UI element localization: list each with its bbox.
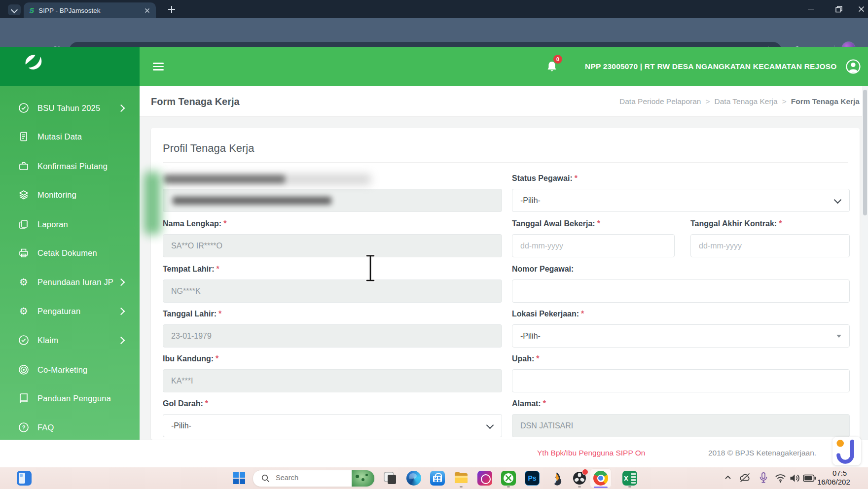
page-title: Form Tenaga Kerja — [151, 96, 240, 107]
tanggal-lahir-input — [163, 324, 502, 348]
window-minimize-button[interactable] — [808, 0, 814, 18]
widgets-icon[interactable] — [17, 471, 32, 486]
sidebar-item-panduan-pengguna[interactable]: Panduan Pengguna — [0, 391, 140, 406]
running-indicator — [460, 486, 463, 488]
field-label: Lokasi Pekerjaan: — [512, 310, 579, 318]
bpjs-logo-icon — [24, 53, 44, 71]
clock-time[interactable]: 07:5 — [832, 469, 847, 477]
briefcase-icon — [18, 160, 30, 172]
site-favicon-icon: S — [30, 6, 34, 14]
restore-icon — [835, 6, 842, 13]
breadcrumb-item[interactable]: Data Tenaga Kerja — [715, 97, 778, 106]
start-button-icon[interactable] — [232, 471, 247, 486]
volume-icon[interactable] — [789, 473, 801, 484]
browser-tab[interactable]: S SIPP - BPJamsostek — [24, 2, 156, 18]
sidebar-item-monitoring[interactable]: Monitoring — [0, 187, 140, 202]
selected-option: -Pilih- — [520, 196, 541, 205]
search-input[interactable] — [275, 473, 351, 482]
excel-x-glyph: x — [624, 474, 628, 483]
tray-chevron-up-icon[interactable] — [724, 474, 732, 480]
required-marker: * — [536, 354, 539, 363]
upah-input[interactable] — [512, 369, 850, 392]
tab-search-button[interactable] — [8, 4, 21, 15]
tanggal-akhir-kontrak-input[interactable] — [690, 234, 850, 257]
field-tempat-lahir: Tempat Lahir:* — [163, 264, 502, 303]
sidebar-item-co-marketing[interactable]: Co-Marketing — [0, 362, 140, 377]
photoshop-icon[interactable]: Ps — [525, 471, 540, 486]
document-icon — [18, 131, 30, 142]
sidebar-item-pengaturan[interactable]: ⚙ Pengaturan — [0, 304, 140, 318]
field-label: Upah: — [512, 354, 534, 363]
tab-title: SIPP - BPJamsostek — [38, 7, 145, 14]
chrome-icon[interactable] — [593, 471, 608, 486]
field-gol-darah: Gol Darah:* -Pilih- — [163, 399, 502, 437]
clock-date[interactable]: 16/06/202 — [817, 478, 850, 486]
required-marker: * — [581, 310, 584, 318]
breadcrumb-item[interactable]: Data Periode Pelaporan — [619, 97, 701, 106]
close-icon — [858, 6, 865, 12]
microphone-icon[interactable] — [759, 472, 768, 484]
tanggal-awal-bekerja-input[interactable] — [512, 234, 675, 257]
sidebar-item-klaim[interactable]: Klaim — [0, 333, 140, 348]
sidebar-item-penundaan-iuran-jp[interactable]: ⚙ Penundaan Iuran JP — [0, 275, 140, 289]
chevron-down-icon — [11, 6, 18, 13]
field-tanggal-awal-bekerja: Tanggal Awal Bekerja:* — [512, 219, 675, 257]
chevron-right-icon — [117, 278, 125, 286]
obs-studio-icon[interactable] — [572, 471, 587, 486]
redaction-blur — [173, 197, 331, 205]
sidebar-item-faq[interactable]: ? FAQ — [0, 420, 140, 435]
sidebar-item-bsu-tahun-2025[interactable]: BSU Tahun 2025 — [0, 101, 140, 115]
card-divider — [163, 162, 848, 163]
tab-close-icon[interactable] — [145, 8, 150, 13]
notification-count-badge: 0 — [553, 55, 562, 64]
user-avatar-icon[interactable] — [845, 59, 861, 74]
scrollbar-thumb[interactable] — [863, 90, 867, 215]
field-label: Status Pegawai: — [512, 174, 573, 182]
xbox-icon[interactable] — [501, 471, 516, 486]
file-explorer-icon[interactable] — [454, 471, 469, 486]
app-purple-icon[interactable] — [477, 471, 492, 486]
task-view-icon[interactable] — [383, 471, 398, 486]
field-label: Alamat: — [512, 399, 541, 408]
lokasi-pekerjaan-select[interactable]: -Pilih- — [512, 324, 850, 348]
field-tanggal-akhir-kontrak: Tanggal Akhir Kontrak:* — [690, 219, 850, 257]
excel-icon[interactable]: x — [622, 471, 637, 486]
nomor-pegawai-input[interactable] — [512, 279, 850, 303]
required-marker: * — [597, 219, 600, 228]
field-label: Tanggal Lahir: — [163, 310, 217, 318]
footer-copyright: 2018 © BPJS Ketenagakerjaan. — [708, 449, 816, 457]
field-upah: Upah:* — [512, 354, 850, 392]
field-ibu-kandung: Ibu Kandung:* — [163, 354, 502, 392]
torch-app-icon[interactable] — [548, 471, 563, 486]
sidebar-item-cetak-dokumen[interactable]: Cetak Dokumen — [0, 245, 140, 260]
gear-icon: ⚙ — [18, 305, 30, 317]
new-tab-button[interactable] — [166, 3, 178, 15]
edge-browser-icon[interactable] — [406, 471, 421, 486]
window-restore-button[interactable] — [835, 0, 842, 18]
onedrive-paused-icon[interactable] — [739, 472, 751, 483]
selected-option: -Pilih- — [520, 332, 541, 341]
chevron-right-icon — [117, 307, 125, 315]
question-circle-icon: ? — [18, 421, 30, 433]
taskbar-search[interactable] — [253, 470, 375, 487]
chevron-right-icon — [117, 336, 125, 344]
required-marker: * — [205, 399, 208, 408]
jmo-logo[interactable] — [832, 437, 861, 465]
wifi-icon[interactable] — [774, 473, 787, 483]
battery-icon[interactable] — [803, 474, 816, 482]
redaction-blur — [144, 172, 161, 235]
text-cursor — [363, 253, 377, 285]
status-pegawai-select[interactable]: -Pilih- — [512, 189, 850, 212]
sidebar-toggle-button[interactable] — [153, 63, 164, 70]
layers-icon — [18, 189, 30, 201]
sidebar-item-laporan[interactable]: Laporan — [0, 217, 140, 232]
selected-option: -Pilih- — [171, 421, 191, 430]
sidebar-item-konfirmasi-piutang[interactable]: Konfirmasi Piutang — [0, 159, 140, 174]
microsoft-store-icon[interactable] — [430, 471, 445, 486]
window-close-button[interactable] — [858, 0, 865, 18]
field-nomor-pegawai: Nomor Pegawai: — [512, 264, 850, 303]
target-icon — [18, 364, 30, 376]
sidebar-item-mutasi-data[interactable]: Mutasi Data — [0, 129, 140, 144]
search-icon — [261, 474, 270, 483]
gol-darah-select[interactable]: -Pilih- — [163, 414, 502, 437]
